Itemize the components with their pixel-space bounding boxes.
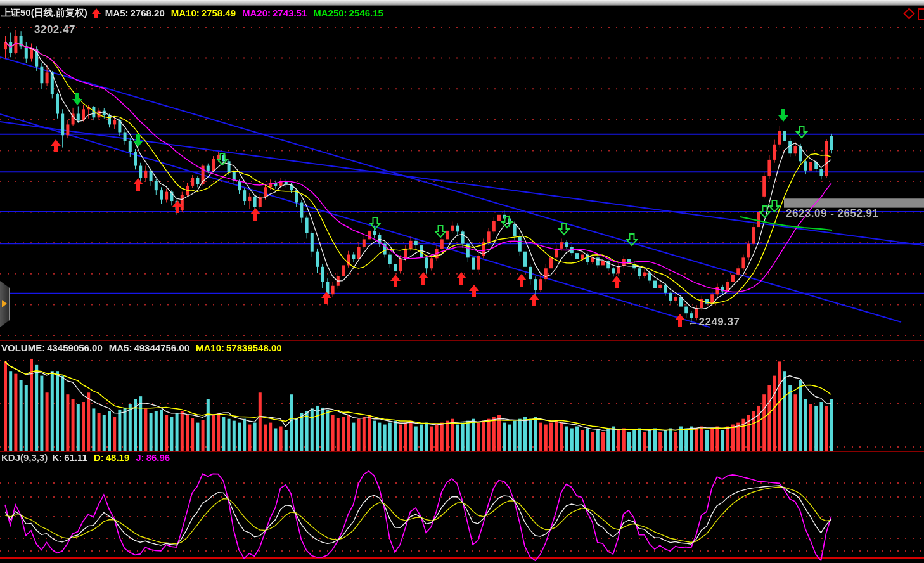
period-low-label: ←2249.37: [688, 316, 740, 328]
period-high-label: 3202.47: [34, 23, 75, 36]
up-arrow-icon: [92, 8, 101, 18]
side-panel-expand-handle[interactable]: [0, 281, 10, 327]
chart-application-window: 上证50(日线.前复权) MA5:2768.20 MA10:2758.49 MA…: [0, 0, 924, 563]
expand-right-icon: [2, 300, 7, 307]
gap-zone-label: 2623.09 - 2652.91: [786, 207, 879, 220]
ma250-readout: MA250:2546.15: [313, 8, 385, 18]
square-tool-icon[interactable]: [918, 8, 924, 20]
kdj-pane-header: KDJ(9,3,3) K:61.11 D:48.19 J:86.96: [1, 452, 172, 463]
symbol-title: 上证50(日线.前复权): [1, 7, 87, 19]
ma10-readout: MA10:2758.49: [171, 8, 238, 18]
volume-readout: VOLUME:43459056.00: [1, 342, 105, 353]
kdj-d-readout: D:48.19: [94, 452, 131, 463]
window-title-bar[interactable]: [0, 0, 924, 6]
volume-ma5-readout: MA5:49344756.00: [109, 342, 191, 353]
main-chart-canvas[interactable]: [0, 0, 924, 563]
kdj-k-readout: K:61.11: [52, 452, 89, 463]
kdj-j-readout: J:86.96: [136, 452, 172, 463]
ma5-readout: MA5:2768.20: [105, 8, 167, 18]
volume-ma10-readout: MA10:57839548.00: [196, 342, 284, 353]
volume-pane-header: VOLUME:43459056.00 MA5:49344756.00 MA10:…: [1, 342, 284, 353]
kdj-indicator-name: KDJ(9,3,3): [1, 452, 48, 463]
main-chart-header: 上证50(日线.前复权) MA5:2768.20 MA10:2758.49 MA…: [1, 7, 385, 19]
ma20-readout: MA20:2743.51: [242, 8, 309, 18]
